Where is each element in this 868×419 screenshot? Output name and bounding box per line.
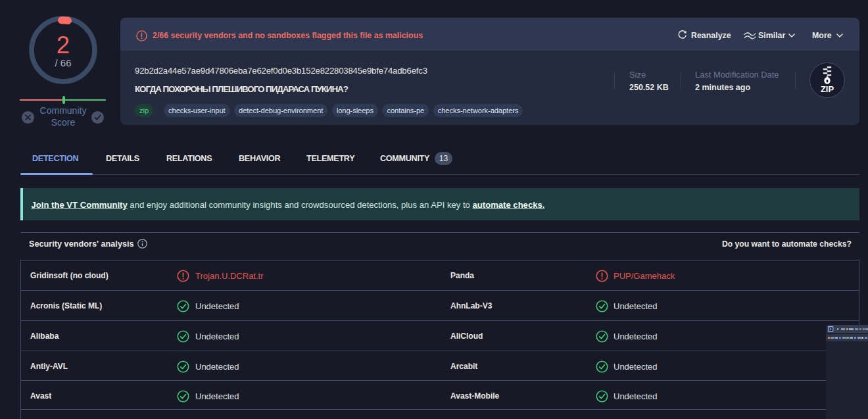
svg-text:/ 66: / 66 <box>55 57 71 68</box>
svg-text:2: 2 <box>57 32 70 59</box>
svg-text:ZIP: ZIP <box>821 84 834 93</box>
